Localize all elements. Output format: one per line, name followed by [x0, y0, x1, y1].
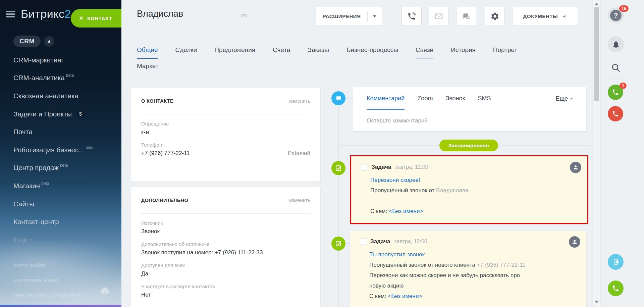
entity-tab[interactable]: Сделки — [175, 46, 197, 59]
sidebar-count-badge: 5 — [76, 111, 85, 117]
field-value: Нет — [141, 292, 151, 298]
contact-field: Телефон +7 (926) 777-22-11 Рабочий — [141, 142, 310, 157]
rail-divider — [606, 79, 627, 79]
field-value[interactable]: г-н — [141, 129, 149, 136]
active-entity-badge[interactable]: ✕ КОНТАКТ — [71, 9, 121, 28]
sidebar-item[interactable]: Контакт-центр — [13, 213, 118, 231]
field-value: Звонок поступил на номер: +7 (926) 111-2… — [141, 249, 263, 256]
responsible-avatar[interactable] — [569, 236, 580, 248]
sidebar-item[interactable]: Магазин beta — [13, 177, 118, 195]
call-badge: 1 — [620, 83, 627, 89]
entity-tab[interactable]: Общие — [137, 46, 158, 59]
planned-status-badge: Запланировано — [439, 140, 498, 151]
person-icon — [571, 239, 578, 245]
notifications-button[interactable] — [608, 36, 624, 52]
settings-button[interactable] — [485, 7, 505, 26]
chat-button[interactable] — [456, 7, 476, 26]
sidebar-item-label: Роботизация бизнес... — [13, 146, 84, 154]
entity-tab[interactable]: Бизнес-процессы — [346, 46, 398, 59]
sidebar-footer-link[interactable]: ПРИГЛАСИТЬ СОТРУДНИКОВ — [13, 293, 82, 298]
documents-button[interactable]: ДОКУМЕНТЫ — [512, 7, 578, 26]
timeline-tab[interactable]: SMS — [478, 87, 491, 110]
task-check-icon — [331, 161, 345, 175]
comment-input[interactable]: Оставьте комментарий — [353, 110, 586, 131]
sidebar-item[interactable]: Задачи и Проекты 5 — [13, 105, 118, 123]
field-value[interactable]: +7 (926) 777-22-11 — [141, 150, 190, 157]
sidebar-item[interactable]: Ещё ▾ — [13, 231, 118, 249]
active-entity-label: КОНТАКТ — [87, 16, 112, 21]
crm-count-badge: 4 — [44, 36, 54, 47]
close-icon[interactable]: ✕ — [79, 15, 84, 22]
hamburger-menu-icon[interactable] — [6, 11, 15, 18]
timeline-tab[interactable]: Zoom — [417, 87, 433, 110]
scrollbar-thumb[interactable] — [594, 7, 599, 101]
phone-icon — [612, 110, 619, 117]
timeline-tab[interactable]: Звонок — [445, 87, 465, 110]
contact-field: Источник Звонок — [141, 220, 310, 235]
responsible-avatar[interactable] — [570, 162, 581, 173]
timeline-tab-list: КомментарийZoomЗвонокSMS — [367, 87, 491, 110]
task-text-span: Пропущенный звонок от — [370, 187, 436, 194]
entity-tab[interactable]: Предложения — [214, 46, 255, 59]
timeline-tab[interactable]: Комментарий — [367, 87, 405, 110]
beta-tag: beta — [66, 73, 74, 78]
crm-pill-label[interactable]: CRM — [13, 36, 41, 47]
comment-bubble-icon — [331, 91, 345, 105]
sidebar-item[interactable]: Центр продаж beta — [13, 159, 118, 177]
entity-tab[interactable]: Портрет — [493, 46, 517, 59]
task-title[interactable]: Задача — [371, 164, 391, 170]
search-icon[interactable] — [610, 62, 621, 73]
sidebar-footer-link[interactable]: НАСТРОИТЬ МЕНЮ — [13, 278, 82, 283]
task-body: Перезвони скорее! Пропущенный звонок от … — [370, 175, 581, 216]
task-body-line — [370, 196, 581, 206]
contact-field: Дополнительно об источнике Звонок поступ… — [141, 241, 310, 256]
callback-phone-button[interactable] — [608, 280, 624, 296]
sidebar-item[interactable]: CRM-аналитика beta — [13, 69, 118, 87]
entity-tabs-row1: ОбщиеСделкиПредложенияСчетаЗаказыБизнес-… — [137, 46, 517, 59]
missed-call-button[interactable] — [608, 106, 623, 121]
task-checkbox[interactable] — [361, 164, 367, 170]
sidebar-footer-link[interactable]: КАРТА САЙТА — [13, 263, 82, 268]
header-divider — [134, 36, 593, 36]
sidebar-item-crm[interactable]: CRM 4 — [13, 36, 54, 47]
beta-tag: beta — [60, 163, 68, 168]
bitrix24-crm-contact-page: Битрикс24 ✕ КОНТАКТ CRM 4 CRM-маркетинг … — [0, 0, 644, 307]
beta-tag: beta — [41, 181, 49, 186]
page-title: Владислав — [137, 9, 183, 19]
scroll-down-arrow[interactable] — [595, 301, 599, 303]
mobile-app-button[interactable] — [608, 254, 624, 270]
sidebar-footer: КАРТА САЙТАНАСТРОИТЬ МЕНЮПРИГЛАСИТЬ СОТР… — [13, 263, 82, 307]
mail-button[interactable] — [429, 7, 449, 26]
printer-icon[interactable] — [101, 287, 109, 295]
timeline-connector — [345, 168, 350, 168]
sidebar-item[interactable]: Сайты — [13, 195, 118, 213]
timeline-more-menu[interactable]: Еще — [555, 95, 573, 102]
chevron-down-icon — [570, 98, 573, 100]
entity-tab[interactable]: Заказы — [308, 46, 329, 59]
copy-link-icon[interactable] — [240, 12, 248, 19]
phone-icon — [407, 12, 416, 21]
task-text-span: Пропущенный звонок от нового клиента — [369, 262, 477, 268]
edit-link[interactable]: изменить — [289, 98, 310, 104]
field-type-tag: Рабочий — [283, 150, 310, 157]
entity-tab[interactable]: Счета — [273, 46, 290, 59]
entity-tab[interactable]: Связи — [416, 46, 433, 59]
task-checkbox[interactable] — [360, 239, 366, 245]
chevron-down-icon[interactable] — [368, 15, 382, 17]
entity-tab[interactable]: Маркет — [137, 62, 158, 75]
gear-icon — [490, 12, 499, 21]
mail-icon — [434, 12, 443, 21]
sidebar-item[interactable]: Роботизация бизнес... beta — [13, 141, 118, 159]
sidebar-item[interactable]: Сквозная аналитика — [13, 87, 118, 105]
edit-link[interactable]: изменить — [289, 198, 310, 203]
scroll-up-arrow[interactable] — [595, 3, 599, 5]
sidebar-item-label: CRM-маркетинг — [13, 56, 64, 64]
sidebar-item[interactable]: CRM-маркетинг — [13, 51, 118, 69]
extensions-button[interactable]: РАСШИРЕНИЯ — [316, 7, 382, 26]
task-title[interactable]: Задача — [370, 238, 390, 245]
timeline-connector — [345, 98, 353, 99]
sidebar-item[interactable]: Почта — [13, 123, 118, 141]
entity-tab[interactable]: История — [451, 46, 476, 59]
task-body-line: Пропущенный звонок от нового клиента +7 … — [369, 260, 580, 270]
call-button[interactable] — [401, 7, 422, 26]
